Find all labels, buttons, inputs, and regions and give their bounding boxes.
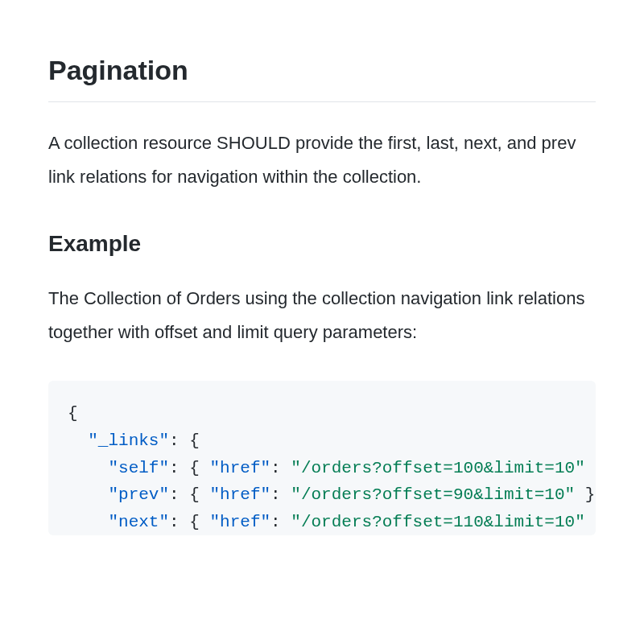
- code-block: { "_links": { "self": { "href": "/orders…: [48, 381, 596, 535]
- example-desc: The Collection of Orders using the colle…: [48, 282, 596, 349]
- pagination-intro: A collection resource SHOULD provide the…: [48, 126, 596, 194]
- example-heading: Example: [48, 226, 596, 262]
- pagination-heading: Pagination: [48, 48, 596, 102]
